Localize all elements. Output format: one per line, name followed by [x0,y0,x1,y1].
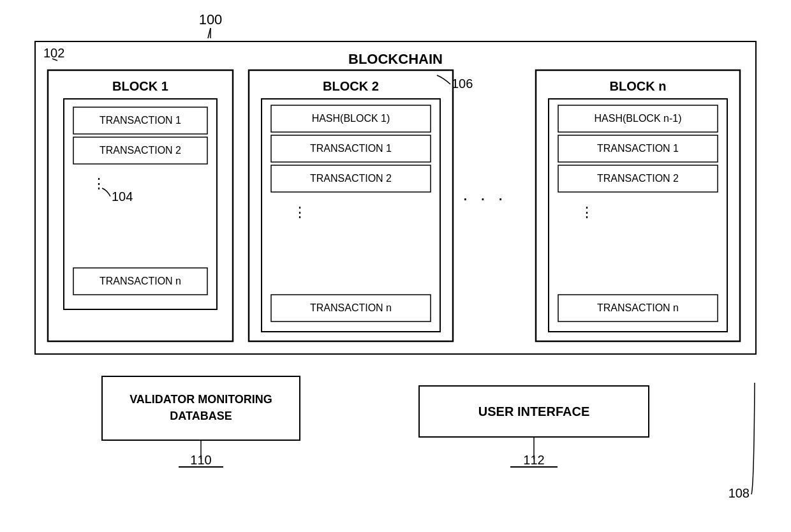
block2-inner [262,99,440,332]
blockn-outer [536,70,740,341]
blockchain-label: BLOCKCHAIN [348,51,443,67]
diagram-container: 100 BLOCKCHAIN 102 BLOCK 1 TRANSACTION 1… [0,0,791,532]
blockn-label: BLOCK n [610,79,667,93]
validator-db-box [102,376,300,440]
ref-106-line [437,75,450,84]
blocks-ellipsis: · · · [463,188,507,208]
validator-db-label2: DATABASE [170,410,232,422]
user-interface-label: USER INTERFACE [478,404,589,418]
blockn-txn: TRANSACTION n [597,302,679,313]
ref-102: 102 [43,46,64,60]
block2-tx2: TRANSACTION 2 [310,173,392,184]
block1-outer [48,70,233,341]
blockn-tx1: TRANSACTION 1 [597,143,679,154]
blockn-inner [549,99,727,332]
block2-ellipsis: ⋮ [293,204,307,220]
ref-104: 104 [112,189,133,203]
block1-label: BLOCK 1 [112,79,168,93]
block2-txn: TRANSACTION n [310,302,392,313]
block2-tx1: TRANSACTION 1 [310,143,392,154]
ref-106: 106 [452,77,473,91]
block1-tx2: TRANSACTION 2 [100,145,181,156]
block2-outer [249,70,453,341]
blockn-tx2: TRANSACTION 2 [597,173,679,184]
ref-108: 108 [728,486,750,500]
block1-tx1: TRANSACTION 1 [100,115,181,126]
blockn-ellipsis: ⋮ [580,204,594,220]
block2-hash: HASH(BLOCK 1) [312,113,390,124]
block1-txn: TRANSACTION n [100,276,181,286]
ref-108-line [751,383,755,494]
ref-100: 100 [199,11,223,27]
block2-label: BLOCK 2 [323,79,379,93]
blockn-hash: HASH(BLOCK n-1) [595,113,682,124]
validator-db-label1: VALIDATOR MONITORING [129,393,272,406]
